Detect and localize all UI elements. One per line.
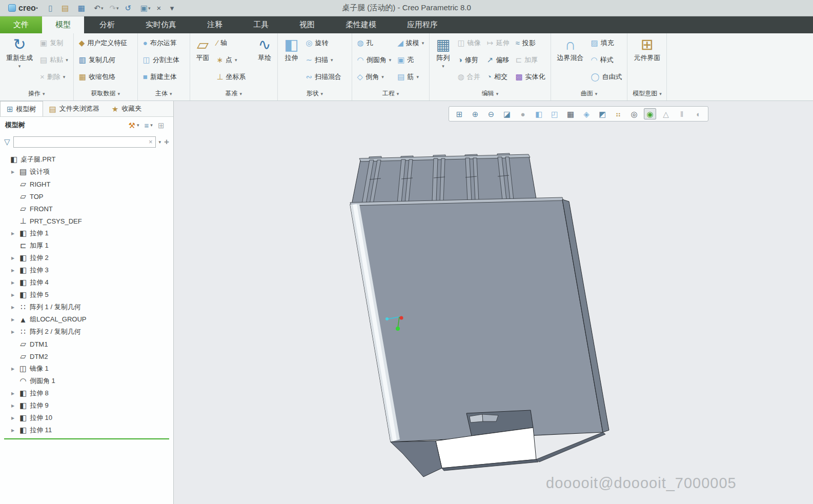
intersect-button[interactable]: ◔ 相交 (484, 68, 512, 85)
tree-item-extrude-11[interactable]: ▶ ◧ 拉伸 11 (0, 424, 173, 436)
tree-tools-button[interactable]: ⚒ ▾ (129, 122, 139, 129)
chamfer-button[interactable]: ◇ 倒角 ▾ (355, 68, 394, 85)
datum-display-button[interactable]: ⠶ (612, 108, 624, 119)
tree-item-round-1[interactable]: ▶ ◠ 倒圆角 1 (0, 375, 173, 387)
close-window-button[interactable]: × ▾ (154, 3, 166, 13)
ribbon-group-label-surface[interactable]: 曲面 ▾ (554, 88, 625, 100)
tree-item-extrude-10[interactable]: ▶ ◧ 拉伸 10 (0, 412, 173, 424)
perspective-button[interactable]: ◈ (580, 108, 593, 119)
shading-button[interactable]: ● (517, 108, 529, 119)
clear-filter-icon[interactable]: × (149, 138, 153, 146)
draft-button[interactable]: ◢ 拔模 ▾ (395, 34, 426, 51)
component-interface-button[interactable]: ⊞ 元件界面 (630, 34, 664, 63)
axis-button[interactable]: ∕ 轴 ▾ (214, 34, 254, 51)
expand-arrow-icon[interactable]: ▶ (11, 305, 18, 310)
hole-button[interactable]: ◍ 孔 ▾ (355, 34, 394, 51)
tree-item-mirror-1[interactable]: ▶ ◫ 镜像 1 (0, 362, 173, 375)
trim-button[interactable]: ◑ 修剪 (455, 51, 483, 68)
tree-show-button[interactable]: ⊞ ▾ (158, 122, 168, 129)
project-button[interactable]: ≈ 投影 (513, 34, 547, 51)
tree-item-extrude-3[interactable]: ▶ ◧ 拉伸 3 (0, 264, 173, 276)
round-button[interactable]: ◠ 倒圆角 ▾ (355, 51, 394, 68)
expand-arrow-icon[interactable]: ▶ (11, 231, 18, 236)
tree-item-extrude-1[interactable]: ▶ ◧ 拉伸 1 (0, 227, 173, 239)
filter-dropdown-icon[interactable]: ▾ (159, 139, 161, 145)
expand-arrow-icon[interactable]: ▶ (11, 293, 18, 297)
tree-item-extrude-9[interactable]: ▶ ◧ 拉伸 9 (0, 399, 173, 412)
graphics-area[interactable]: ⊞ ⊕ ⊖ ◪ ● ◧ (174, 101, 813, 504)
pause-button[interactable]: ‖ (676, 108, 688, 119)
section-button[interactable]: ◩ (596, 108, 608, 119)
tab-model[interactable]: 模型 (42, 16, 84, 33)
tree-settings-button[interactable]: ≡ ▾ (145, 122, 153, 129)
tab-annotate[interactable]: 注释 (192, 16, 238, 33)
ribbon-group-label-model-intent[interactable]: 模型意图 ▾ (630, 88, 664, 100)
expand-arrow-icon[interactable]: ▶ (11, 268, 18, 273)
regenerate-button[interactable]: ↻ 重新生成 ▾ (3, 34, 36, 69)
tab-analysis[interactable]: 分析 (84, 16, 130, 33)
tree-item-extrude-5[interactable]: ▶ ◧ 拉伸 5 (0, 289, 173, 301)
ribbon-group-label-body[interactable]: 主体 ▾ (140, 88, 187, 100)
tree-item-front-plane[interactable]: ▶ ▱ FRONT (0, 203, 173, 215)
expand-arrow-icon[interactable]: ▶ (11, 330, 18, 334)
tab-model-tree[interactable]: ⊞ 模型树 (0, 101, 43, 116)
style-button[interactable]: ◠ 样式 (588, 51, 625, 68)
undo-button[interactable]: ↶ ▾ (91, 3, 106, 13)
tree-item-dtm2[interactable]: ▶ ▱ DTM2 (0, 350, 173, 362)
tree-item-pattern-2[interactable]: ▶ ∷ 阵列 2 / 复制几何 (0, 326, 173, 338)
freestyle-button[interactable]: ◯ 自由式 (588, 68, 625, 85)
spin-center-button[interactable]: ◉ (644, 108, 656, 119)
copy-geometry-button[interactable]: ▥ 复制几何 ▾ (76, 51, 135, 68)
tree-item-design-items[interactable]: ▶ ▤ 设计项 (0, 166, 173, 178)
repaint-button[interactable]: ◪ (501, 108, 513, 119)
expand-arrow-icon[interactable]: ▶ (11, 317, 18, 322)
ribbon-group-label-get-data[interactable]: 获取数据 ▾ (76, 88, 135, 100)
tree-filter-input[interactable]: × (13, 136, 156, 148)
shell-button[interactable]: ▣ 壳 ▾ (395, 51, 426, 68)
toolbar-overflow-button[interactable]: ▾ ▾ (168, 3, 179, 13)
tab-live-simulation[interactable]: 实时仿真 (130, 16, 192, 33)
mirror-button[interactable]: ◫ 镜像 (455, 34, 483, 51)
tree-item-extrude-8[interactable]: ▶ ◧ 拉伸 8 (0, 387, 173, 399)
display-style-button[interactable]: ◧ (533, 108, 545, 119)
new-body-button[interactable]: ■ 新建主体 ▾ (140, 68, 187, 85)
tab-applications[interactable]: 应用程序 (392, 16, 453, 33)
sweep-button[interactable]: ∼ 扫描 ▾ (303, 51, 349, 68)
fill-button[interactable]: ▨ 填充 (588, 34, 625, 51)
previous-view-button[interactable]: ◖ (692, 108, 704, 119)
csys-button[interactable]: ⊥ 坐标系 ▾ (214, 68, 254, 85)
tree-item-top-plane[interactable]: ▶ ▱ TOP (0, 190, 173, 203)
tree-item-csys[interactable]: ▶ ⊥ PRT_CSYS_DEF (0, 215, 173, 227)
merge-button[interactable]: ◍ 合并 (455, 68, 483, 85)
add-filter-button[interactable]: + (164, 137, 169, 147)
expand-arrow-icon[interactable]: ▶ (11, 170, 18, 174)
open-button[interactable]: ▤ ▾ (59, 3, 74, 13)
tree-item-thicken-1[interactable]: ▶ ⊏ 加厚 1 (0, 239, 173, 252)
expand-arrow-icon[interactable]: ▶ (11, 280, 18, 285)
plane-button[interactable]: ▱ 平面 (193, 34, 213, 63)
extrude-button[interactable]: ◧ 拉伸 (280, 34, 302, 63)
insert-here-indicator[interactable] (4, 438, 169, 439)
pattern-button[interactable]: ▦ 阵列 ▾ (432, 34, 454, 69)
tab-view[interactable]: 视图 (284, 16, 330, 33)
split-body-button[interactable]: ◫ 分割主体 ▾ (140, 51, 187, 68)
tab-folder-browser[interactable]: ▤ 文件夹浏览器 (43, 101, 106, 116)
window-button[interactable]: ▣ ▾ (138, 3, 153, 13)
swept-blend-button[interactable]: ∾ 扫描混合 ▾ (303, 68, 349, 85)
udf-button[interactable]: ◆ 用户定义特征 ▾ (76, 34, 135, 51)
save-button[interactable]: ▦ ▾ (75, 3, 91, 13)
copy-button[interactable]: ▣ 复制 ▾ (37, 34, 71, 51)
delete-button[interactable]: × 删除 ▾ (37, 68, 71, 85)
tree-item-part-root[interactable]: ▶ ◧ 桌子腿.PRT (0, 153, 173, 166)
preview-button[interactable]: △ (660, 108, 672, 119)
ribbon-group-label-engineering[interactable]: 工程 ▾ (355, 88, 427, 100)
tree-item-pattern-1[interactable]: ▶ ∷ 阵列 1 / 复制几何 (0, 301, 173, 313)
point-button[interactable]: ∗ 点 ▾ (214, 51, 254, 68)
annotation-display-button[interactable]: ◎ (628, 108, 640, 119)
zoom-in-button[interactable]: ⊕ (469, 108, 481, 119)
expand-arrow-icon[interactable]: ▶ (11, 367, 18, 371)
shrinkwrap-button[interactable]: ▦ 收缩包络 ▾ (76, 68, 135, 85)
tree-item-extrude-4[interactable]: ▶ ◧ 拉伸 4 (0, 276, 173, 289)
filter-icon[interactable]: ▽ (4, 138, 10, 146)
expand-arrow-icon[interactable]: ▶ (11, 428, 18, 433)
